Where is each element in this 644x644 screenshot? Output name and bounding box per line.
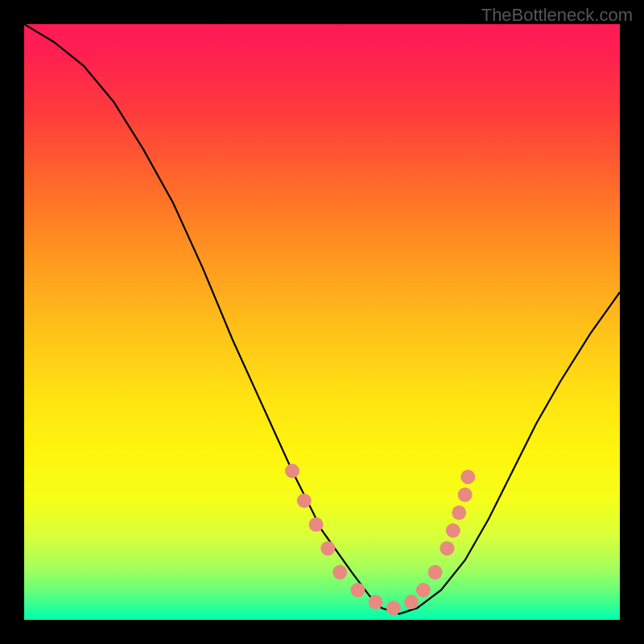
watermark: TheBottleneck.com <box>481 5 633 26</box>
marker-point <box>428 565 443 580</box>
marker-point <box>332 565 347 580</box>
marker-point <box>460 469 475 484</box>
marker-point <box>320 541 335 555</box>
highlight-markers <box>285 464 475 615</box>
marker-point <box>309 518 324 532</box>
marker-point <box>416 583 431 597</box>
plot-area <box>24 24 620 620</box>
marker-point <box>369 595 383 609</box>
marker-point <box>452 506 466 520</box>
marker-point <box>386 601 401 615</box>
marker-point <box>285 464 299 478</box>
marker-point <box>440 541 454 555</box>
chart-svg <box>24 24 620 620</box>
marker-point <box>404 595 419 609</box>
marker-point <box>446 523 460 538</box>
marker-point <box>350 583 365 597</box>
marker-point <box>458 488 473 502</box>
marker-point <box>297 493 312 508</box>
